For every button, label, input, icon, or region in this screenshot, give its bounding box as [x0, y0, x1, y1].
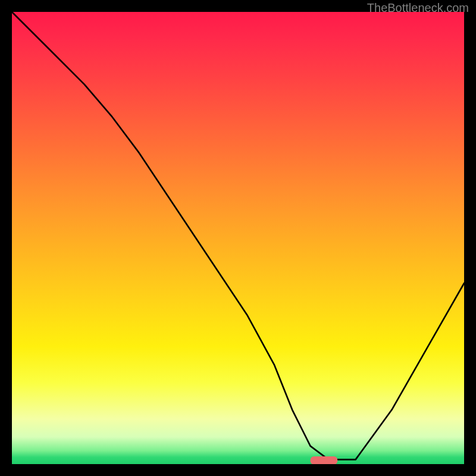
optimal-marker	[311, 456, 338, 464]
bottleneck-curve	[12, 12, 464, 459]
chart-svg	[12, 12, 464, 464]
chart-frame: TheBottleneck.com	[0, 0, 476, 476]
watermark-text: TheBottleneck.com	[367, 1, 469, 15]
plot-area	[12, 12, 464, 464]
